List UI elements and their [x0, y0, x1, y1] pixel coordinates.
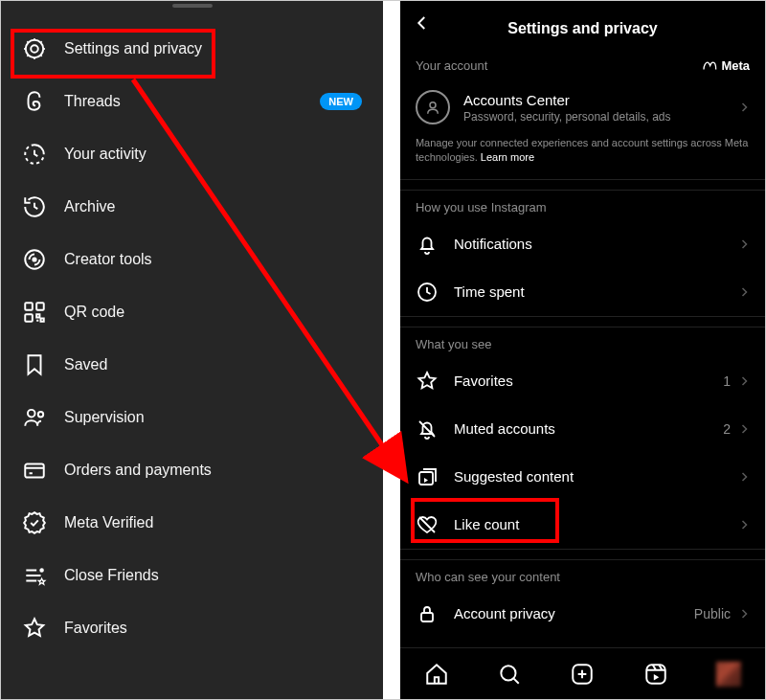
svg-point-7	[28, 409, 35, 417]
nav-create[interactable]	[570, 662, 595, 687]
setting-notifications[interactable]: Notifications	[400, 220, 765, 268]
heart-off-icon	[416, 513, 439, 536]
setting-label: Muted accounts	[454, 420, 723, 437]
star-icon	[416, 370, 439, 393]
svg-point-3	[33, 258, 35, 260]
supervision-icon	[22, 405, 47, 430]
menu-close-friends[interactable]: Close Friends	[1, 549, 383, 601]
chevron-right-icon	[738, 519, 750, 531]
accounts-center-row[interactable]: Accounts Center Password, security, pers…	[400, 79, 765, 136]
bell-icon	[416, 233, 439, 256]
menu-creator-tools[interactable]: Creator tools	[1, 233, 383, 285]
who-can-see-heading: Who can see your content	[400, 560, 765, 590]
bottom-nav	[400, 647, 765, 699]
chevron-right-icon	[738, 238, 750, 250]
menu-saved[interactable]: Saved	[1, 338, 383, 391]
app-container: Settings and privacy Threads NEW Your ac…	[0, 0, 766, 700]
close-friends-icon	[22, 563, 47, 588]
menu-qr-code[interactable]: QR code	[1, 285, 383, 338]
menu-label: Supervision	[64, 409, 145, 426]
threads-icon	[22, 89, 47, 114]
setting-label: Suggested content	[454, 468, 738, 485]
svg-rect-6	[25, 314, 33, 322]
your-account-heading: Your account Meta	[400, 49, 765, 79]
accounts-center-title: Accounts Center	[463, 92, 738, 108]
profile-avatar	[716, 662, 741, 687]
back-button[interactable]	[414, 14, 431, 32]
svg-point-11	[430, 102, 436, 108]
svg-point-1	[31, 45, 38, 53]
section-separator	[400, 316, 765, 327]
learn-more-link[interactable]: Learn more	[481, 151, 534, 163]
svg-rect-17	[646, 665, 665, 684]
meta-logo: Meta	[702, 58, 750, 73]
clock-icon	[416, 281, 439, 304]
chevron-right-icon	[738, 102, 750, 113]
chevron-right-icon	[738, 471, 750, 483]
accounts-center-description: Manage your connected experiences and ac…	[400, 136, 765, 179]
svg-point-15	[502, 666, 516, 680]
menu-label: Threads	[64, 93, 121, 110]
panel-divider	[383, 1, 400, 699]
section-separator	[400, 549, 765, 560]
page-title: Settings and privacy	[507, 20, 658, 37]
menu-label: Archive	[64, 198, 115, 215]
setting-suggested-content[interactable]: Suggested content	[400, 453, 765, 501]
svg-rect-5	[36, 303, 44, 310]
svg-rect-9	[25, 463, 44, 477]
what-you-see-heading: What you see	[400, 327, 765, 357]
svg-rect-13	[419, 472, 433, 485]
menu-label: Your activity	[64, 146, 146, 163]
setting-favorites[interactable]: Favorites 1	[400, 357, 765, 405]
nav-search[interactable]	[497, 662, 522, 687]
setting-like-count[interactable]: Like count	[400, 501, 765, 549]
menu-label: Settings and privacy	[64, 40, 202, 57]
menu-meta-verified[interactable]: Meta Verified	[1, 496, 383, 549]
section-separator	[400, 179, 765, 191]
menu-label: Favorites	[64, 620, 127, 637]
menu-archive[interactable]: Archive	[1, 180, 383, 233]
accounts-center-icon	[416, 90, 450, 124]
menu-your-activity[interactable]: Your activity	[1, 127, 383, 180]
chevron-right-icon	[738, 375, 750, 387]
menu-label: Close Friends	[64, 567, 159, 584]
saved-icon	[22, 352, 47, 377]
menu-label: Saved	[64, 356, 107, 373]
nav-profile[interactable]	[716, 662, 741, 687]
menu-list: Settings and privacy Threads NEW Your ac…	[1, 1, 383, 654]
accounts-center-text: Accounts Center Password, security, pers…	[463, 92, 738, 124]
right-settings-panel: Settings and privacy Your account Meta A…	[400, 1, 765, 699]
nav-home[interactable]	[424, 662, 449, 687]
accounts-center-subtitle: Password, security, personal details, ad…	[463, 110, 738, 124]
gear-icon	[22, 36, 47, 61]
menu-orders-payments[interactable]: Orders and payments	[1, 443, 383, 496]
setting-account-privacy[interactable]: Account privacy Public	[400, 590, 765, 638]
menu-favorites[interactable]: Favorites	[1, 601, 383, 654]
menu-label: Creator tools	[64, 251, 152, 268]
setting-time-spent[interactable]: Time spent	[400, 268, 765, 316]
menu-label: Meta Verified	[64, 514, 153, 531]
activity-icon	[22, 142, 47, 167]
menu-settings-privacy[interactable]: Settings and privacy	[1, 22, 383, 75]
menu-label: Orders and payments	[64, 462, 212, 479]
nav-reels[interactable]	[643, 662, 668, 687]
menu-supervision[interactable]: Supervision	[1, 391, 383, 443]
svg-point-10	[40, 569, 43, 572]
chevron-right-icon	[738, 286, 750, 298]
drag-handle[interactable]	[172, 4, 213, 8]
favorites-icon	[22, 616, 47, 641]
setting-label: Favorites	[454, 373, 723, 389]
new-badge: NEW	[320, 93, 362, 110]
qr-icon	[22, 300, 47, 325]
chevron-right-icon	[738, 423, 750, 435]
payments-icon	[22, 458, 47, 483]
menu-threads[interactable]: Threads NEW	[1, 75, 383, 127]
setting-muted-accounts[interactable]: Muted accounts 2	[400, 405, 765, 453]
setting-label: Notifications	[454, 236, 738, 252]
bell-off-icon	[416, 418, 439, 440]
lock-icon	[416, 602, 439, 625]
svg-point-0	[26, 39, 43, 56]
privacy-value: Public	[694, 606, 731, 621]
suggested-content-icon	[416, 465, 439, 488]
verified-icon	[22, 510, 47, 535]
